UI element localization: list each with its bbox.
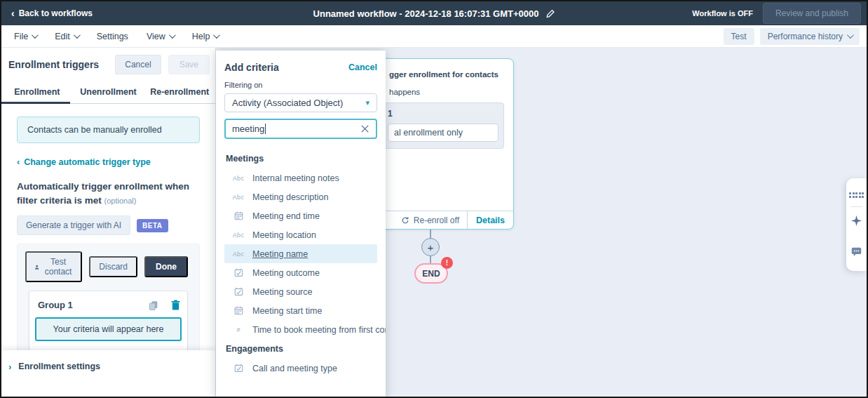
enum-property-icon (232, 287, 245, 296)
number-property-icon: # (232, 326, 245, 333)
sparkle-icon (851, 215, 862, 226)
top-bar: ‹ Back to workflows Unnamed workflow - 2… (1, 1, 867, 25)
date-property-icon (232, 306, 245, 315)
select-caret-icon: ▾ (365, 98, 369, 107)
chat-bubble-icon (851, 247, 862, 257)
filtering-on-label: Filtering on (224, 81, 377, 89)
clone-icon[interactable] (149, 300, 158, 310)
optional-label: (optional) (104, 197, 137, 205)
filter-object-select[interactable]: Activity (Associated Object) ▾ (224, 93, 377, 112)
chevron-left-icon: ‹ (11, 8, 15, 18)
chevron-down-icon (169, 32, 176, 39)
text-property-icon: Abc (232, 251, 245, 258)
property-item-selected[interactable]: Abc Meeting name (224, 244, 377, 263)
end-error-badge: ! (441, 257, 453, 269)
review-and-publish-button[interactable]: Review and publish (763, 3, 861, 24)
enrollment-settings-toggle[interactable]: › Enrollment settings (1, 350, 215, 398)
workflow-status-badge: Workflow is OFF (692, 9, 753, 18)
toolbar-divider (850, 206, 862, 207)
date-property-icon (232, 211, 245, 220)
property-item[interactable]: Abc Meeting location (224, 225, 377, 244)
tab-enrollment[interactable]: Enrollment (1, 81, 73, 103)
trigger-card-title: gger enrollment for contacts (389, 70, 505, 79)
done-button[interactable]: Done (144, 256, 188, 277)
group-title: Group 1 (38, 300, 73, 310)
trigger-card-subtitle: happens (389, 88, 505, 96)
property-group-header: Meetings (224, 149, 377, 168)
trigger-enrollment-field[interactable]: al enrollment only (388, 124, 499, 142)
trigger-group-box: 1 al enrollment only (381, 102, 504, 149)
property-item[interactable]: Abc Internal meeting notes (224, 168, 377, 187)
trigger-group-label: 1 (388, 109, 499, 119)
trigger-card-footer: Re-enroll off Details (381, 211, 513, 229)
property-list: Meetings Abc Internal meeting notes Abc … (224, 149, 377, 378)
generate-trigger-ai-button[interactable]: Generate a trigger with AI (17, 215, 130, 235)
trigger-details-link[interactable]: Details (467, 211, 513, 229)
feedback-chat-button[interactable] (846, 241, 867, 263)
search-input-value: meeting (232, 124, 264, 134)
text-cursor (265, 124, 266, 134)
performance-history-dropdown[interactable]: Performance history (760, 28, 860, 45)
delete-trash-icon[interactable] (171, 300, 180, 310)
add-criteria-cancel-link[interactable]: Cancel (348, 62, 377, 72)
data-panel-button[interactable] (846, 187, 867, 204)
chevron-down-icon (74, 32, 81, 39)
criteria-placeholder-box: Your criteria will appear here (35, 317, 182, 341)
dot-grid-icon (849, 192, 864, 198)
back-label: Back to workflows (19, 8, 93, 18)
change-trigger-type-link[interactable]: ‹ Change automatic trigger type (17, 157, 200, 167)
property-item[interactable]: Meeting end time (224, 206, 377, 225)
panel-title: Enrollment triggers (8, 59, 99, 70)
group-card: Group 1 (29, 291, 188, 352)
reenroll-status: Re-enroll off (401, 215, 467, 225)
add-criteria-title: Add criteria (224, 62, 279, 73)
discard-button[interactable]: Discard (89, 256, 137, 277)
workflow-title-text: Unnamed workflow - 2024-12-18 16:07:31 G… (313, 8, 539, 19)
test-button[interactable]: Test (724, 28, 754, 45)
tab-re-enrollment[interactable]: Re-enrollment (144, 81, 215, 103)
beta-badge: BETA (137, 219, 168, 232)
add-action-button[interactable]: + (421, 238, 440, 256)
enum-property-icon (232, 268, 245, 277)
manual-enroll-alert: Contacts can be manually enrolled (17, 117, 200, 143)
ai-copilot-button[interactable] (846, 210, 867, 232)
text-property-icon: Abc (232, 175, 245, 182)
property-item[interactable]: Abc Meeting description (224, 187, 377, 206)
property-group-header: Engagements (224, 339, 377, 359)
chevron-right-icon: › (8, 361, 11, 372)
right-side-toolbar (846, 178, 867, 271)
clear-search-icon[interactable] (360, 124, 369, 133)
menu-help[interactable]: Help (183, 32, 228, 41)
chevron-down-icon (213, 32, 220, 39)
add-criteria-panel: Add criteria Cancel Filtering on Activit… (216, 51, 386, 398)
tab-unenrollment[interactable]: Unenrollment (73, 81, 144, 103)
property-search-input[interactable]: meeting (224, 119, 377, 139)
workflow-editor-screen: ‹ Back to workflows Unnamed workflow - 2… (0, 0, 868, 398)
menu-settings[interactable]: Settings (88, 32, 137, 41)
edit-pencil-icon[interactable] (545, 9, 555, 18)
property-item[interactable]: Meeting source (224, 282, 377, 301)
menu-bar: File Edit Settings View Help Test Perfor… (1, 25, 867, 48)
text-property-icon: Abc (232, 232, 245, 239)
property-item[interactable]: Call and meeting type (224, 359, 377, 378)
chevron-down-icon (32, 32, 39, 39)
auto-trigger-heading: Automatically trigger enrollment when fi… (17, 180, 200, 207)
property-item[interactable]: Meeting outcome (224, 263, 377, 282)
menu-view[interactable]: View (137, 32, 183, 41)
trigger-card[interactable]: gger enrollment for contacts happens 1 a… (380, 58, 514, 230)
enrollment-triggers-panel: Enrollment triggers Cancel Save Enrollme… (1, 48, 216, 398)
test-contact-button[interactable]: Test contact (25, 251, 83, 282)
menu-file[interactable]: File (1, 32, 46, 41)
trigger-tabs: Enrollment Unenrollment Re-enrollment (1, 81, 215, 104)
cancel-button[interactable]: Cancel (115, 55, 161, 74)
refresh-icon (401, 216, 409, 225)
text-property-icon: Abc (232, 194, 245, 201)
save-button[interactable]: Save (168, 55, 210, 74)
workflow-title: Unnamed workflow - 2024-12-18 16:07:31 G… (313, 8, 555, 19)
property-item[interactable]: Meeting start time (224, 301, 377, 320)
back-to-workflows-link[interactable]: ‹ Back to workflows (1, 8, 102, 18)
property-item[interactable]: # Time to book meeting from first contac… (224, 320, 377, 339)
contact-person-icon (34, 263, 39, 271)
chevron-left-icon: ‹ (17, 157, 20, 167)
menu-edit[interactable]: Edit (46, 32, 88, 41)
